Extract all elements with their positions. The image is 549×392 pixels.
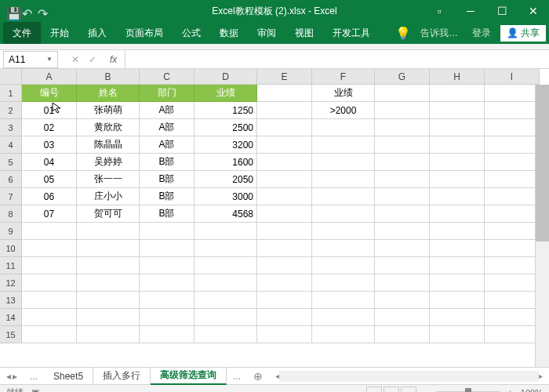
- tab-nav[interactable]: ◂ ▸: [0, 371, 24, 382]
- cell-I4[interactable]: [485, 136, 540, 154]
- cell-F11[interactable]: [312, 257, 375, 274]
- cell-A14[interactable]: [22, 309, 77, 326]
- cell-F3[interactable]: [312, 119, 375, 136]
- cell-I3[interactable]: [485, 119, 540, 136]
- cell-A3[interactable]: 02: [22, 119, 77, 136]
- cell-D13[interactable]: [195, 292, 257, 309]
- cell-G9[interactable]: [375, 223, 430, 240]
- cell-H1[interactable]: [430, 85, 485, 102]
- select-all-corner[interactable]: [0, 69, 22, 85]
- cell-I2[interactable]: [485, 102, 540, 119]
- row-header-4[interactable]: 4: [0, 136, 22, 154]
- tabs-overflow-left[interactable]: ...: [24, 371, 44, 382]
- cell-C15[interactable]: [140, 326, 195, 343]
- col-header-I[interactable]: I: [485, 69, 540, 85]
- tab-审阅[interactable]: 审阅: [248, 22, 285, 44]
- col-header-G[interactable]: G: [375, 69, 430, 85]
- cell-D1[interactable]: 业绩: [195, 85, 257, 102]
- cell-A6[interactable]: 05: [22, 171, 77, 188]
- cell-E6[interactable]: [257, 171, 312, 188]
- tab-file[interactable]: 文件: [3, 22, 41, 44]
- cell-E1[interactable]: [257, 85, 312, 102]
- fx-label[interactable]: fx: [110, 54, 117, 65]
- tab-插入[interactable]: 插入: [78, 22, 116, 44]
- col-header-B[interactable]: B: [77, 69, 140, 85]
- undo-icon[interactable]: ↶: [22, 6, 31, 16]
- row-header-6[interactable]: 6: [0, 171, 22, 188]
- cell-D12[interactable]: [195, 274, 257, 292]
- cell-B8[interactable]: 贺可可: [77, 205, 140, 223]
- cell-G2[interactable]: [375, 102, 430, 119]
- cell-G3[interactable]: [375, 119, 430, 136]
- col-header-C[interactable]: C: [140, 69, 195, 85]
- cell-I11[interactable]: [485, 257, 540, 274]
- cell-C3[interactable]: A部: [140, 119, 195, 136]
- cell-H5[interactable]: [430, 154, 485, 171]
- scrollbar-thumb[interactable]: [536, 85, 549, 241]
- cell-I5[interactable]: [485, 154, 540, 171]
- row-header-1[interactable]: 1: [0, 85, 22, 102]
- cell-E7[interactable]: [257, 188, 312, 205]
- cell-I7[interactable]: [485, 188, 540, 205]
- login-link[interactable]: 登录: [467, 27, 496, 40]
- macro-record-icon[interactable]: ▣: [31, 387, 39, 392]
- col-header-H[interactable]: H: [430, 69, 485, 85]
- cell-H4[interactable]: [430, 136, 485, 154]
- sheet-tab-插入多行[interactable]: 插入多行: [93, 368, 151, 385]
- cell-D6[interactable]: 2050: [195, 171, 257, 188]
- cell-C8[interactable]: B部: [140, 205, 195, 223]
- cell-C5[interactable]: B部: [140, 154, 195, 171]
- cell-E11[interactable]: [257, 257, 312, 274]
- cell-E9[interactable]: [257, 223, 312, 240]
- cell-I15[interactable]: [485, 326, 540, 343]
- cell-D2[interactable]: 1250: [195, 102, 257, 119]
- view-normal-button[interactable]: [366, 387, 382, 393]
- cell-H13[interactable]: [430, 292, 485, 309]
- cell-C11[interactable]: [140, 257, 195, 274]
- spreadsheet-grid[interactable]: ABCDEFGHI 123456789101112131415 编号姓名部门业绩…: [0, 69, 549, 367]
- cell-B2[interactable]: 张萌萌: [77, 102, 140, 119]
- cell-C2[interactable]: A部: [140, 102, 195, 119]
- minimize-button[interactable]: ─: [455, 0, 486, 22]
- row-header-12[interactable]: 12: [0, 274, 22, 292]
- cell-A7[interactable]: 06: [22, 188, 77, 205]
- row-header-14[interactable]: 14: [0, 309, 22, 326]
- cell-G8[interactable]: [375, 205, 430, 223]
- name-box[interactable]: A11 ▼: [3, 51, 58, 68]
- cell-A9[interactable]: [22, 223, 77, 240]
- tab-开始[interactable]: 开始: [41, 22, 78, 44]
- ribbon-options-icon[interactable]: ▫: [424, 0, 455, 22]
- cell-B14[interactable]: [77, 309, 140, 326]
- tab-视图[interactable]: 视图: [285, 22, 323, 44]
- cell-G14[interactable]: [375, 309, 430, 326]
- row-header-13[interactable]: 13: [0, 292, 22, 309]
- cell-F9[interactable]: [312, 223, 375, 240]
- cell-I9[interactable]: [485, 223, 540, 240]
- cell-B1[interactable]: 姓名: [77, 85, 140, 102]
- row-header-15[interactable]: 15: [0, 326, 22, 343]
- cell-F8[interactable]: [312, 205, 375, 223]
- tab-公式[interactable]: 公式: [173, 22, 210, 44]
- cell-B6[interactable]: 张一一: [77, 171, 140, 188]
- cell-D8[interactable]: 4568: [195, 205, 257, 223]
- cell-E14[interactable]: [257, 309, 312, 326]
- cell-A1[interactable]: 编号: [22, 85, 77, 102]
- cell-G12[interactable]: [375, 274, 430, 292]
- save-icon[interactable]: 💾: [6, 6, 16, 16]
- row-header-7[interactable]: 7: [0, 188, 22, 205]
- cell-G5[interactable]: [375, 154, 430, 171]
- cell-B7[interactable]: 庄小小: [77, 188, 140, 205]
- cell-E8[interactable]: [257, 205, 312, 223]
- maximize-button[interactable]: ☐: [486, 0, 518, 22]
- cell-C10[interactable]: [140, 240, 195, 257]
- cell-D10[interactable]: [195, 240, 257, 257]
- cell-I8[interactable]: [485, 205, 540, 223]
- chevron-down-icon[interactable]: ▼: [46, 56, 53, 63]
- cell-A10[interactable]: [22, 240, 77, 257]
- cell-E4[interactable]: [257, 136, 312, 154]
- formula-input[interactable]: [125, 50, 549, 68]
- cell-B9[interactable]: [77, 223, 140, 240]
- cell-A11[interactable]: [22, 257, 77, 274]
- view-page-break-button[interactable]: [401, 387, 416, 393]
- cell-C9[interactable]: [140, 223, 195, 240]
